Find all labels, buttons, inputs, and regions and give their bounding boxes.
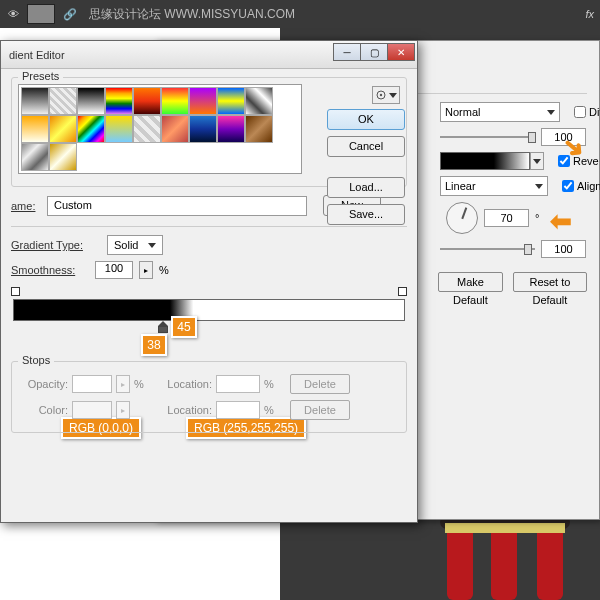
save-button[interactable]: Save... [327, 204, 405, 225]
dropdown-icon [535, 184, 543, 189]
opacity-stepper: ▸ [116, 375, 130, 393]
ok-button[interactable]: OK [327, 109, 405, 130]
dither-label: Dithe [589, 106, 600, 118]
gear-icon [375, 89, 387, 101]
scale-slider[interactable] [524, 244, 532, 255]
scale-value[interactable]: 100 [541, 240, 586, 258]
opacity-stop-left[interactable] [11, 287, 20, 296]
dialog-title: dient Editor [9, 49, 65, 61]
location-input [216, 375, 260, 393]
dither-checkbox[interactable] [574, 106, 586, 118]
angle-wheel[interactable] [446, 202, 478, 234]
link-icon: 🔗 [63, 8, 77, 21]
color-stop-black[interactable] [158, 321, 168, 333]
smoothness-label: Smoothness: [11, 264, 89, 276]
location-input-2 [216, 401, 260, 419]
opacity-input [72, 375, 112, 393]
annotation-38: 38 [141, 334, 167, 356]
app-topbar: 👁 🔗 思缘设计论坛 WWW.MISSYUAN.COM fx [0, 0, 600, 28]
watermark-text: 思缘设计论坛 WWW.MISSYUAN.COM [89, 6, 295, 23]
popcorn-graphic [425, 515, 585, 600]
maximize-button[interactable]: ▢ [360, 43, 388, 61]
gradient-editor-dialog: dient Editor ─ ▢ ✕ Presets [0, 40, 418, 523]
delete-color-stop: Delete [290, 400, 350, 420]
cancel-button[interactable]: Cancel [327, 136, 405, 157]
opacity-stop-right[interactable] [398, 287, 407, 296]
arrow-icon: ⬅ [550, 206, 572, 237]
load-button[interactable]: Load... [327, 177, 405, 198]
dropdown-icon [148, 243, 156, 248]
stops-title: Stops [18, 354, 54, 366]
layer-thumb[interactable] [27, 4, 55, 24]
align-label: Align [577, 180, 600, 192]
eye-icon: 👁 [8, 8, 19, 20]
gradient-preview[interactable] [440, 152, 530, 170]
angle-degree: ° [535, 212, 539, 224]
smoothness-input[interactable]: 100 [95, 261, 133, 279]
stops-group: Stops Opacity: ▸ % Location: % Delete Co… [11, 361, 407, 433]
location-label-2: Location: [160, 404, 212, 416]
fx-badge: fx [585, 8, 594, 20]
delete-opacity-stop: Delete [290, 374, 350, 394]
opacity-slider[interactable] [528, 132, 536, 143]
style-select[interactable]: Linear [440, 176, 548, 196]
close-button[interactable]: ✕ [387, 43, 415, 61]
opacity-label: Opacity: [18, 378, 68, 390]
preset-grid[interactable] [18, 84, 302, 174]
gradient-bar[interactable] [11, 287, 407, 333]
color-swatch [72, 401, 112, 419]
smoothness-stepper[interactable]: ▸ [139, 261, 153, 279]
make-default-button[interactable]: Make Default [438, 272, 503, 292]
gradient-dropdown[interactable] [530, 152, 544, 170]
blend-mode-select[interactable]: Normal [440, 102, 560, 122]
gradient-type-label: Gradient Type: [11, 239, 101, 251]
align-checkbox[interactable] [562, 180, 574, 192]
location-label: Location: [160, 378, 212, 390]
reset-default-button[interactable]: Reset to Default [513, 272, 587, 292]
name-label: ame: [11, 200, 41, 212]
gradient-type-select[interactable]: Solid [107, 235, 163, 255]
smoothness-pct: % [159, 264, 169, 276]
presets-label: Presets [18, 70, 63, 82]
name-input[interactable]: Custom [47, 196, 307, 216]
angle-value[interactable]: 70 [484, 209, 529, 227]
color-stepper: ▸ [116, 401, 130, 419]
svg-point-1 [380, 94, 382, 96]
presets-menu-button[interactable] [372, 86, 400, 104]
annotation-45: 45 [171, 316, 197, 338]
minimize-button[interactable]: ─ [333, 43, 361, 61]
dropdown-icon [547, 110, 555, 115]
dialog-titlebar[interactable]: dient Editor ─ ▢ ✕ [1, 41, 417, 69]
color-label: Color: [18, 404, 68, 416]
